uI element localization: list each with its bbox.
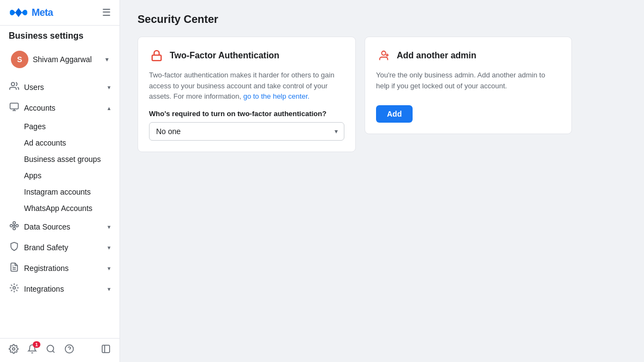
meta-logo: Meta (9, 7, 53, 19)
add-person-icon (376, 48, 391, 63)
sidebar: Meta ☰ Business settings S Shivam Aggarw… (0, 0, 120, 362)
page-title: Security Center (138, 13, 627, 26)
users-icon (9, 81, 20, 93)
svg-rect-18 (102, 345, 110, 353)
svg-rect-1 (10, 103, 19, 109)
sidebar-item-ad-accounts[interactable]: Ad accounts (0, 135, 120, 151)
two-factor-title: Two-Factor Authentication (170, 51, 279, 61)
search-icon[interactable] (46, 344, 56, 357)
accounts-sub-menu: Pages Ad accounts Business asset groups … (0, 118, 120, 216)
sidebar-item-instagram-accounts[interactable]: Instagram accounts (0, 184, 120, 200)
data-sources-chevron-icon: ▾ (108, 224, 111, 231)
svg-rect-20 (152, 55, 162, 61)
svg-point-21 (381, 51, 385, 55)
settings-icon[interactable] (9, 344, 19, 357)
user-profile[interactable]: S Shivam Aggarwal ▾ (4, 46, 115, 73)
main-content: Security Center Two-Factor Authenticatio… (120, 0, 644, 362)
avatar: S (11, 51, 28, 68)
add-admin-card-header: Add another admin (376, 48, 560, 63)
sidebar-item-data-sources-label: Data Sources (24, 222, 103, 231)
svg-point-4 (13, 222, 16, 225)
user-chevron-icon: ▾ (105, 56, 109, 63)
integrations-chevron-icon: ▾ (108, 286, 111, 293)
cards-row: Two-Factor Authentication Two-factor aut… (138, 37, 627, 152)
add-admin-title: Add another admin (397, 51, 476, 61)
svg-point-14 (47, 345, 53, 352)
integrations-icon (9, 283, 20, 295)
sidebar-item-apps[interactable]: Apps (0, 167, 120, 184)
sidebar-item-accounts[interactable]: Accounts ▴ (0, 98, 120, 118)
two-factor-select-wrapper: No one Admins Admins and employees ▾ (149, 122, 344, 141)
sidebar-item-users[interactable]: Users ▾ (0, 77, 120, 98)
add-admin-description: You're the only business admin. Add anot… (376, 70, 560, 91)
svg-point-13 (13, 348, 15, 351)
meta-logo-text: Meta (32, 7, 53, 19)
business-settings-title: Business settings (0, 26, 120, 44)
two-factor-description: Two-factor authentication makes it harde… (149, 70, 344, 102)
two-factor-card: Two-Factor Authentication Two-factor aut… (138, 37, 356, 152)
hamburger-icon[interactable]: ☰ (102, 7, 111, 19)
svg-point-5 (13, 227, 16, 230)
accounts-icon (9, 102, 20, 114)
sidebar-item-brand-safety-label: Brand Safety (24, 243, 103, 252)
sidebar-item-registrations-label: Registrations (24, 264, 103, 273)
accounts-chevron-icon: ▴ (108, 105, 111, 112)
sidebar-header: Meta ☰ (0, 0, 120, 26)
registrations-icon (9, 262, 20, 274)
users-chevron-icon: ▾ (108, 84, 111, 91)
sidebar-item-integrations-label: Integrations (24, 285, 103, 293)
toggle-panel-icon[interactable] (101, 344, 111, 357)
registrations-chevron-icon: ▾ (108, 265, 111, 272)
svg-point-7 (16, 225, 19, 227)
svg-point-6 (10, 225, 13, 227)
sidebar-item-accounts-label: Accounts (24, 104, 103, 112)
add-admin-card: Add another admin You're the only busine… (365, 37, 572, 134)
sidebar-item-business-asset-groups[interactable]: Business asset groups (0, 151, 120, 167)
sidebar-item-integrations[interactable]: Integrations ▾ (0, 279, 120, 299)
lock-icon (149, 48, 164, 63)
sidebar-footer: 1 (0, 338, 120, 362)
notification-badge: 1 (33, 341, 40, 348)
data-sources-icon (9, 221, 20, 233)
two-factor-select[interactable]: No one Admins Admins and employees (149, 122, 344, 141)
brand-safety-chevron-icon: ▾ (108, 244, 111, 251)
sidebar-item-data-sources[interactable]: Data Sources ▾ (0, 216, 120, 237)
notifications-icon[interactable]: 1 (27, 344, 37, 357)
meta-logo-icon (9, 8, 28, 17)
help-icon[interactable] (64, 344, 74, 357)
sidebar-nav: Users ▾ Accounts ▴ Pages Ad accounts Bus… (0, 75, 120, 338)
svg-point-0 (11, 82, 15, 86)
help-center-link[interactable]: go to the help center. (243, 92, 309, 100)
sidebar-item-users-label: Users (24, 83, 103, 92)
sidebar-item-pages[interactable]: Pages (0, 118, 120, 135)
sidebar-item-registrations[interactable]: Registrations ▾ (0, 258, 120, 279)
svg-point-12 (13, 287, 16, 289)
sidebar-item-brand-safety[interactable]: Brand Safety ▾ (0, 237, 120, 258)
two-factor-card-header: Two-Factor Authentication (149, 48, 344, 63)
user-name: Shivam Aggarwal (33, 55, 101, 64)
sidebar-item-whatsapp-accounts[interactable]: WhatsApp Accounts (0, 200, 120, 216)
brand-safety-icon (9, 242, 20, 254)
two-factor-question: Who's required to turn on two-factor aut… (149, 110, 344, 118)
svg-line-15 (52, 351, 54, 352)
add-admin-button[interactable]: Add (376, 105, 413, 123)
